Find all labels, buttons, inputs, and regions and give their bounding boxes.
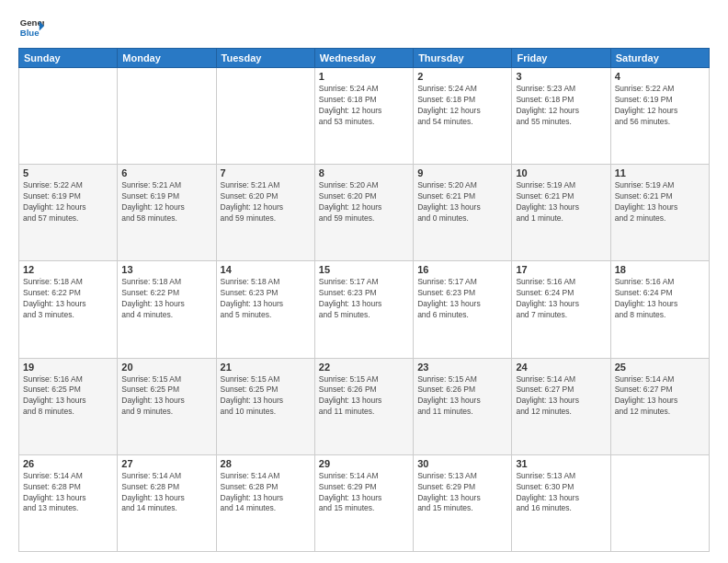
day-header-saturday: Saturday: [610, 49, 709, 68]
day-info: Sunrise: 5:14 AM Sunset: 6:28 PM Dayligh…: [23, 471, 113, 515]
day-number: 16: [417, 264, 507, 275]
day-number: 12: [23, 264, 113, 275]
calendar-cell: 26Sunrise: 5:14 AM Sunset: 6:28 PM Dayli…: [19, 454, 118, 551]
day-info: Sunrise: 5:18 AM Sunset: 6:23 PM Dayligh…: [221, 277, 311, 321]
day-info: Sunrise: 5:16 AM Sunset: 6:24 PM Dayligh…: [516, 277, 606, 321]
day-number: 6: [121, 167, 211, 178]
calendar-header-row: SundayMondayTuesdayWednesdayThursdayFrid…: [19, 49, 710, 68]
day-info: Sunrise: 5:13 AM Sunset: 6:29 PM Dayligh…: [417, 471, 507, 515]
day-number: 20: [121, 362, 211, 373]
calendar-cell: 21Sunrise: 5:15 AM Sunset: 6:25 PM Dayli…: [216, 358, 314, 454]
day-number: 24: [516, 362, 606, 373]
calendar-cell: 30Sunrise: 5:13 AM Sunset: 6:29 PM Dayli…: [414, 454, 512, 551]
day-info: Sunrise: 5:14 AM Sunset: 6:29 PM Dayligh…: [319, 471, 409, 515]
day-number: 27: [121, 458, 211, 469]
calendar-cell: 16Sunrise: 5:17 AM Sunset: 6:23 PM Dayli…: [414, 261, 512, 358]
day-info: Sunrise: 5:21 AM Sunset: 6:19 PM Dayligh…: [121, 180, 211, 224]
day-info: Sunrise: 5:19 AM Sunset: 6:21 PM Dayligh…: [516, 180, 606, 224]
day-info: Sunrise: 5:14 AM Sunset: 6:27 PM Dayligh…: [516, 374, 606, 419]
calendar-cell: 7Sunrise: 5:21 AM Sunset: 6:20 PM Daylig…: [216, 165, 314, 261]
header: General Blue: [18, 15, 710, 40]
day-header-wednesday: Wednesday: [314, 49, 413, 68]
calendar-cell: 1Sunrise: 5:24 AM Sunset: 6:18 PM Daylig…: [314, 68, 413, 165]
day-header-sunday: Sunday: [19, 49, 118, 68]
day-number: 21: [221, 362, 311, 373]
day-info: Sunrise: 5:15 AM Sunset: 6:25 PM Dayligh…: [121, 374, 211, 419]
day-info: Sunrise: 5:14 AM Sunset: 6:28 PM Dayligh…: [121, 471, 211, 515]
calendar-cell: 27Sunrise: 5:14 AM Sunset: 6:28 PM Dayli…: [118, 454, 216, 551]
day-info: Sunrise: 5:15 AM Sunset: 6:26 PM Dayligh…: [319, 374, 409, 419]
day-number: 15: [319, 264, 409, 275]
day-number: 19: [23, 362, 113, 373]
day-header-monday: Monday: [118, 49, 216, 68]
day-number: 14: [221, 264, 311, 275]
day-info: Sunrise: 5:14 AM Sunset: 6:27 PM Dayligh…: [615, 374, 705, 419]
day-info: Sunrise: 5:23 AM Sunset: 6:18 PM Dayligh…: [516, 84, 606, 128]
calendar-cell: 9Sunrise: 5:20 AM Sunset: 6:21 PM Daylig…: [414, 165, 512, 261]
day-number: 10: [516, 167, 606, 178]
day-number: 13: [121, 264, 211, 275]
calendar-cell: 29Sunrise: 5:14 AM Sunset: 6:29 PM Dayli…: [314, 454, 413, 551]
day-number: 26: [23, 458, 113, 469]
day-number: 8: [319, 167, 409, 178]
logo: General Blue: [18, 15, 44, 40]
day-number: 9: [417, 167, 507, 178]
day-number: 28: [221, 458, 311, 469]
calendar-cell: 24Sunrise: 5:14 AM Sunset: 6:27 PM Dayli…: [512, 358, 610, 454]
calendar-cell: 22Sunrise: 5:15 AM Sunset: 6:26 PM Dayli…: [314, 358, 413, 454]
day-number: 1: [319, 71, 409, 82]
calendar-week-row: 26Sunrise: 5:14 AM Sunset: 6:28 PM Dayli…: [19, 454, 710, 551]
calendar-cell: 17Sunrise: 5:16 AM Sunset: 6:24 PM Dayli…: [512, 261, 610, 358]
calendar-cell: 13Sunrise: 5:18 AM Sunset: 6:22 PM Dayli…: [118, 261, 216, 358]
calendar-cell: [118, 68, 216, 165]
day-info: Sunrise: 5:13 AM Sunset: 6:30 PM Dayligh…: [516, 471, 606, 515]
calendar-cell: 31Sunrise: 5:13 AM Sunset: 6:30 PM Dayli…: [512, 454, 610, 551]
day-number: 18: [615, 264, 705, 275]
day-number: 25: [615, 362, 705, 373]
day-info: Sunrise: 5:21 AM Sunset: 6:20 PM Dayligh…: [221, 180, 311, 224]
day-number: 29: [319, 458, 409, 469]
day-number: 22: [319, 362, 409, 373]
day-info: Sunrise: 5:22 AM Sunset: 6:19 PM Dayligh…: [615, 84, 705, 128]
calendar-cell: 25Sunrise: 5:14 AM Sunset: 6:27 PM Dayli…: [610, 358, 709, 454]
calendar-cell: 23Sunrise: 5:15 AM Sunset: 6:26 PM Dayli…: [414, 358, 512, 454]
calendar-week-row: 1Sunrise: 5:24 AM Sunset: 6:18 PM Daylig…: [19, 68, 710, 165]
calendar-cell: 10Sunrise: 5:19 AM Sunset: 6:21 PM Dayli…: [512, 165, 610, 261]
day-info: Sunrise: 5:16 AM Sunset: 6:24 PM Dayligh…: [615, 277, 705, 321]
calendar-cell: [610, 454, 709, 551]
calendar-cell: 2Sunrise: 5:24 AM Sunset: 6:18 PM Daylig…: [414, 68, 512, 165]
day-info: Sunrise: 5:18 AM Sunset: 6:22 PM Dayligh…: [23, 277, 113, 321]
day-header-thursday: Thursday: [414, 49, 512, 68]
calendar-cell: 15Sunrise: 5:17 AM Sunset: 6:23 PM Dayli…: [314, 261, 413, 358]
calendar-week-row: 12Sunrise: 5:18 AM Sunset: 6:22 PM Dayli…: [19, 261, 710, 358]
day-number: 17: [516, 264, 606, 275]
day-info: Sunrise: 5:20 AM Sunset: 6:21 PM Dayligh…: [417, 180, 507, 224]
day-number: 11: [615, 167, 705, 178]
day-info: Sunrise: 5:19 AM Sunset: 6:21 PM Dayligh…: [615, 180, 705, 224]
day-number: 2: [417, 71, 507, 82]
day-header-tuesday: Tuesday: [216, 49, 314, 68]
calendar-cell: 11Sunrise: 5:19 AM Sunset: 6:21 PM Dayli…: [610, 165, 709, 261]
page: General Blue SundayMondayTuesdayWednesda…: [0, 0, 728, 563]
calendar-table: SundayMondayTuesdayWednesdayThursdayFrid…: [18, 48, 710, 552]
day-info: Sunrise: 5:16 AM Sunset: 6:25 PM Dayligh…: [23, 374, 113, 419]
day-number: 7: [221, 167, 311, 178]
calendar-cell: 6Sunrise: 5:21 AM Sunset: 6:19 PM Daylig…: [118, 165, 216, 261]
calendar-cell: 19Sunrise: 5:16 AM Sunset: 6:25 PM Dayli…: [19, 358, 118, 454]
calendar-cell: 14Sunrise: 5:18 AM Sunset: 6:23 PM Dayli…: [216, 261, 314, 358]
day-info: Sunrise: 5:18 AM Sunset: 6:22 PM Dayligh…: [121, 277, 211, 321]
logo-icon: General Blue: [18, 15, 44, 40]
day-info: Sunrise: 5:14 AM Sunset: 6:28 PM Dayligh…: [221, 471, 311, 515]
calendar-cell: 20Sunrise: 5:15 AM Sunset: 6:25 PM Dayli…: [118, 358, 216, 454]
day-number: 4: [615, 71, 705, 82]
calendar-week-row: 5Sunrise: 5:22 AM Sunset: 6:19 PM Daylig…: [19, 165, 710, 261]
day-number: 3: [516, 71, 606, 82]
day-info: Sunrise: 5:20 AM Sunset: 6:20 PM Dayligh…: [319, 180, 409, 224]
calendar-week-row: 19Sunrise: 5:16 AM Sunset: 6:25 PM Dayli…: [19, 358, 710, 454]
calendar-cell: 8Sunrise: 5:20 AM Sunset: 6:20 PM Daylig…: [314, 165, 413, 261]
day-header-friday: Friday: [512, 49, 610, 68]
day-info: Sunrise: 5:22 AM Sunset: 6:19 PM Dayligh…: [23, 180, 113, 224]
day-info: Sunrise: 5:15 AM Sunset: 6:25 PM Dayligh…: [221, 374, 311, 419]
day-info: Sunrise: 5:24 AM Sunset: 6:18 PM Dayligh…: [319, 84, 409, 128]
calendar-cell: 18Sunrise: 5:16 AM Sunset: 6:24 PM Dayli…: [610, 261, 709, 358]
